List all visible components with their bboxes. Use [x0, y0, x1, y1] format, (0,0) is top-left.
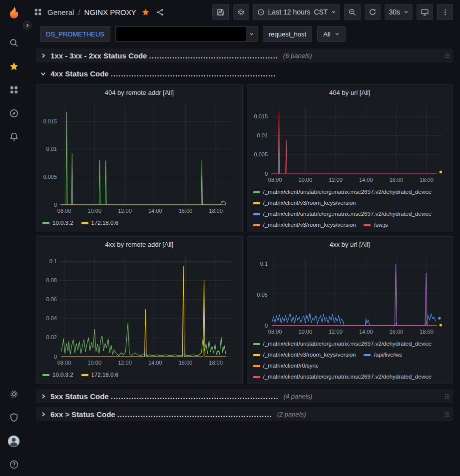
tv-mode-button[interactable] — [417, 4, 433, 20]
legend-label: /_matrix/client/unstable/org.matrix.msc2… — [263, 340, 432, 348]
row-header-4xx[interactable]: 4xx Status Code ........................… — [36, 66, 453, 80]
legend-item[interactable]: /_matrix/client/unstable/org.matrix.msc2… — [253, 373, 432, 381]
row-title-leader: ........................................… — [111, 69, 276, 78]
svg-text:10:00: 10:00 — [88, 208, 102, 214]
svg-text:18:00: 18:00 — [209, 208, 223, 214]
svg-text:16:00: 16:00 — [179, 208, 193, 214]
svg-text:12:00: 12:00 — [118, 360, 132, 366]
dashboard-settings-button[interactable] — [233, 4, 249, 20]
timeseries-chart[interactable]: 00.0050.010.01508:0010:0012:0014:0016:00… — [251, 100, 449, 185]
svg-text:12:00: 12:00 — [118, 208, 132, 214]
chart-legend: 10.0.3.2172.18.0.6 — [40, 368, 238, 379]
legend-swatch — [81, 222, 88, 224]
favorite-star-icon[interactable] — [140, 7, 151, 17]
row-panel-count: (4 panels) — [284, 393, 313, 400]
variable-label-request-host[interactable]: request_host — [263, 26, 312, 42]
chart-legend: /_matrix/client/unstable/org.matrix.msc2… — [251, 337, 449, 381]
breadcrumb-folder[interactable]: General — [47, 8, 74, 16]
alerting-bell-icon[interactable] — [4, 127, 23, 146]
grafana-logo[interactable] — [6, 5, 21, 22]
legend-item[interactable]: /api/live/ws — [364, 351, 402, 359]
legend-label: 172.18.0.6 — [91, 219, 118, 227]
starred-icon[interactable] — [4, 57, 23, 76]
timezone-label: CST — [314, 8, 328, 16]
sidebar-expand-button[interactable] — [23, 21, 31, 29]
svg-text:14:00: 14:00 — [148, 208, 162, 214]
refresh-button[interactable] — [365, 4, 381, 20]
time-range-picker[interactable]: Last 12 hours CST — [253, 4, 341, 20]
svg-text:0.02: 0.02 — [46, 334, 57, 340]
legend-item[interactable]: /_matrix/client/unstable/org.matrix.msc2… — [253, 188, 432, 196]
svg-text:18:00: 18:00 — [420, 177, 434, 183]
svg-text:0: 0 — [54, 202, 57, 208]
svg-text:16:00: 16:00 — [389, 329, 403, 335]
chart-legend: /_matrix/client/unstable/org.matrix.msc2… — [251, 185, 449, 229]
legend-item[interactable]: /_matrix/client/unstable/org.matrix.msc2… — [253, 210, 432, 218]
row-drag-handle[interactable] — [445, 52, 450, 59]
request-host-value: All — [323, 30, 330, 38]
time-range-label: Last 12 hours — [268, 8, 311, 16]
legend-swatch — [253, 191, 260, 193]
panel-title[interactable]: 404 by remote addr [All] — [36, 85, 242, 100]
variable-label-ds-prometheus[interactable]: DS_PROMETHEUS — [40, 26, 110, 42]
dashboards-icon[interactable] — [4, 80, 23, 99]
save-button[interactable] — [212, 4, 229, 20]
legend-item[interactable]: /sw.js — [364, 221, 388, 229]
legend-item[interactable]: 10.0.3.2 — [42, 371, 73, 379]
datasource-select[interactable] — [115, 26, 258, 42]
zoom-out-icon — [348, 8, 357, 16]
svg-text:08:00: 08:00 — [268, 329, 282, 335]
legend-item[interactable]: 172.18.0.6 — [81, 219, 118, 227]
legend-swatch — [253, 224, 260, 226]
row-header-6xx[interactable]: 6xx > Status Code ......................… — [36, 407, 453, 421]
legend-swatch — [253, 213, 260, 215]
panel-title[interactable]: 404 by uri [All] — [247, 85, 453, 100]
legend-item[interactable]: /_matrix/client/r0/sync — [253, 362, 319, 370]
legend-item[interactable]: /_matrix/client/v3/room_keys/version — [253, 351, 356, 359]
help-icon[interactable] — [4, 455, 23, 474]
legend-item[interactable]: /_matrix/client/unstable/org.matrix.msc2… — [253, 340, 432, 348]
refresh-icon — [369, 8, 377, 16]
chevron-right-icon — [40, 393, 46, 400]
svg-text:0: 0 — [264, 323, 267, 329]
row-panel-count: (6 panels) — [283, 52, 312, 59]
search-icon[interactable] — [4, 33, 23, 52]
row-header-5xx[interactable]: 5xx Status Code ........................… — [36, 389, 453, 403]
svg-text:0.1: 0.1 — [260, 261, 267, 267]
row-title: 1xx - 3xx - 2xx Status Code — [50, 51, 147, 60]
timeseries-chart[interactable]: 00.020.040.060.080.108:0010:0012:0014:00… — [40, 252, 238, 368]
legend-item[interactable]: 172.18.0.6 — [81, 371, 118, 379]
row-drag-handle[interactable] — [445, 411, 450, 418]
avatar[interactable] — [4, 432, 23, 451]
timeseries-chart[interactable]: 00.0050.010.01508:0010:0012:0014:0016:00… — [40, 100, 238, 216]
monitor-icon — [421, 8, 429, 16]
timeseries-chart[interactable]: 00.050.108:0010:0012:0014:0016:0018:00 — [251, 252, 449, 337]
panel-title[interactable]: 4xx by remote addr [All] — [36, 237, 242, 252]
share-icon[interactable] — [155, 7, 165, 17]
legend-label: /_matrix/client/r0/sync — [263, 362, 319, 370]
legend-swatch — [42, 222, 49, 224]
row-drag-handle[interactable] — [445, 393, 450, 400]
kebab-menu-button[interactable] — [437, 4, 453, 20]
row-title-leader: ........................................… — [111, 392, 279, 401]
legend-item[interactable]: 10.0.3.2 — [42, 219, 73, 227]
dashboard-title[interactable]: NGINX PROXY — [84, 8, 136, 16]
row-title-leader: ........................................… — [149, 51, 278, 60]
refresh-interval-dropdown[interactable]: 30s — [385, 4, 413, 20]
legend-item[interactable]: /_matrix/client/v3/room_keys/version — [253, 199, 356, 207]
legend-label: /_matrix/client/v3/room_keys/version — [263, 351, 356, 359]
breadcrumb-separator: / — [78, 8, 80, 16]
row-header-1xx-3xx-2xx[interactable]: 1xx - 3xx - 2xx Status Code ............… — [36, 48, 453, 62]
legend-label: 10.0.3.2 — [52, 219, 73, 227]
panel-title[interactable]: 4xx by uri [All] — [247, 237, 453, 252]
admin-shield-icon[interactable] — [4, 408, 23, 427]
request-host-select[interactable]: All — [317, 26, 345, 42]
topbar-actions: Last 12 hours CST 30s — [212, 4, 453, 20]
svg-text:0.015: 0.015 — [254, 113, 268, 119]
zoom-out-button[interactable] — [344, 4, 361, 20]
svg-text:10:00: 10:00 — [298, 329, 312, 335]
explore-compass-icon[interactable] — [4, 104, 23, 123]
settings-gear-icon[interactable] — [4, 385, 23, 404]
svg-text:0.005: 0.005 — [254, 151, 268, 157]
legend-item[interactable]: /_matrix/client/v3/room_keys/version — [253, 221, 356, 229]
